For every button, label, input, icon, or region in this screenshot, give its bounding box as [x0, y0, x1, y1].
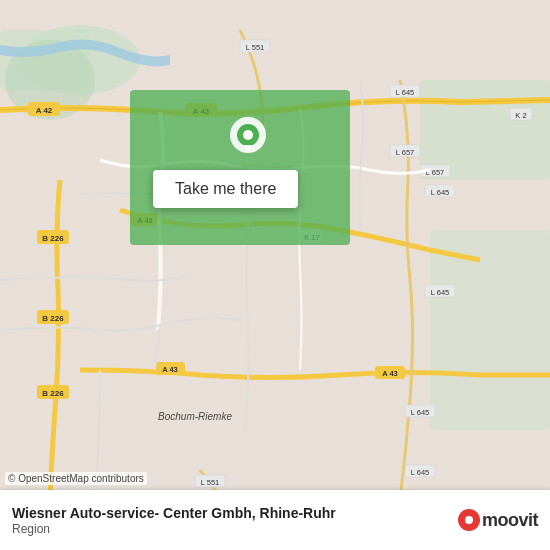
svg-text:L 645: L 645 — [411, 408, 430, 417]
bottom-bar-info: Wiesner Auto-service- Center Gmbh, Rhine… — [12, 504, 448, 536]
location-pin — [230, 120, 266, 156]
svg-text:B 226: B 226 — [42, 314, 64, 323]
svg-text:L 645: L 645 — [431, 288, 450, 297]
map-container: A 42 A 42 L 551 L 551 B 226 B 226 B 226 … — [0, 0, 550, 550]
svg-text:A 43: A 43 — [382, 369, 398, 378]
svg-text:B 226: B 226 — [42, 234, 64, 243]
svg-text:L 645: L 645 — [411, 468, 430, 477]
location-title: Wiesner Auto-service- Center Gmbh, Rhine… — [12, 504, 448, 522]
svg-text:L 645: L 645 — [396, 88, 415, 97]
svg-text:L 657: L 657 — [396, 148, 415, 157]
take-me-there-button[interactable]: Take me there — [153, 170, 298, 208]
svg-text:B 226: B 226 — [42, 389, 64, 398]
moovit-dot-icon — [458, 509, 480, 531]
svg-text:A 42: A 42 — [36, 106, 53, 115]
svg-point-47 — [243, 130, 253, 140]
svg-text:L 551: L 551 — [246, 43, 265, 52]
svg-text:Bochum-Riemke: Bochum-Riemke — [158, 411, 232, 422]
location-highlight — [130, 90, 350, 245]
svg-text:L 551: L 551 — [201, 478, 220, 487]
svg-rect-4 — [430, 230, 550, 430]
bottom-bar: Wiesner Auto-service- Center Gmbh, Rhine… — [0, 490, 550, 550]
moovit-text: moovit — [482, 510, 538, 531]
location-subtitle: Region — [12, 522, 448, 536]
moovit-logo: moovit — [458, 509, 538, 531]
map-attribution: © OpenStreetMap contributors — [5, 472, 147, 485]
svg-text:L 645: L 645 — [431, 188, 450, 197]
svg-text:A 43: A 43 — [162, 365, 178, 374]
map-roads-svg: A 42 A 42 L 551 L 551 B 226 B 226 B 226 … — [0, 0, 550, 550]
svg-text:K 2: K 2 — [515, 111, 526, 120]
